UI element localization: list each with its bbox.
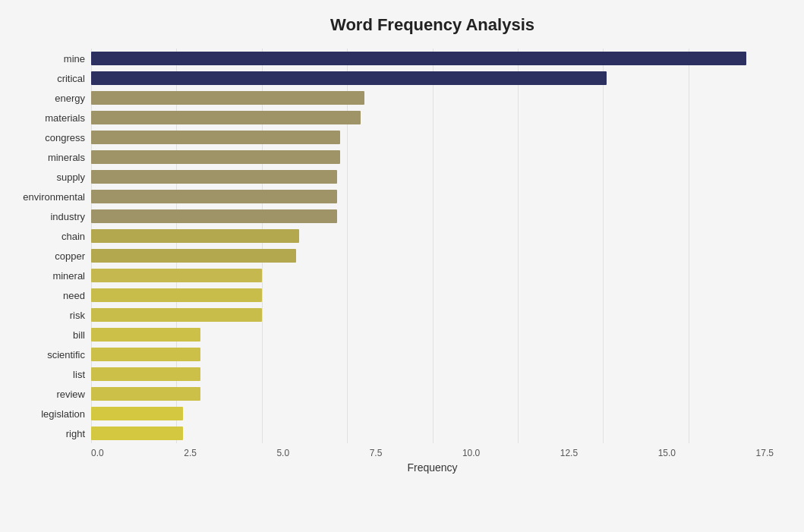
- chart-area: minecriticalenergymaterialscongressminer…: [8, 49, 774, 443]
- bar-row: [91, 346, 774, 363]
- bar-row: [91, 386, 774, 402]
- y-label: energy: [55, 88, 85, 108]
- bar: [91, 170, 337, 184]
- y-label: materials: [45, 108, 85, 127]
- bar: [91, 249, 296, 263]
- x-axis-label: 10.0: [462, 448, 480, 458]
- y-label: review: [56, 384, 85, 404]
- y-label: environmental: [23, 187, 85, 206]
- x-axis-label: 2.5: [184, 448, 197, 458]
- bar: [91, 71, 607, 85]
- y-labels: minecriticalenergymaterialscongressminer…: [8, 49, 91, 443]
- x-axis-area: 0.02.55.07.510.012.515.017.5 Frequency: [8, 448, 774, 474]
- y-label: mine: [64, 49, 85, 68]
- bar-row: [91, 129, 774, 146]
- bar-row: [91, 109, 774, 126]
- bar-row: [91, 90, 774, 106]
- bar: [91, 288, 262, 302]
- y-label: copper: [55, 246, 85, 266]
- y-label: congress: [45, 127, 85, 147]
- y-label: minerals: [48, 147, 85, 167]
- x-axis-label: 15.0: [658, 448, 676, 458]
- y-label: legislation: [41, 404, 85, 423]
- x-axis-label: 7.5: [370, 448, 383, 458]
- y-label: list: [73, 364, 85, 384]
- x-axis-label: 5.0: [276, 448, 289, 458]
- y-label: supply: [56, 167, 85, 187]
- bar-row: [91, 366, 774, 382]
- bar: [91, 229, 299, 243]
- bar-row: [91, 50, 774, 67]
- bar: [91, 367, 200, 381]
- bar-row: [91, 267, 774, 284]
- bars-and-grid: [91, 49, 774, 443]
- bar-row: [91, 188, 774, 205]
- bar: [91, 190, 337, 203]
- bar: [91, 52, 746, 65]
- bar: [91, 308, 262, 322]
- bar: [91, 407, 183, 420]
- bar-row: [91, 287, 774, 304]
- bar-row: [91, 326, 774, 343]
- y-label: mineral: [52, 266, 85, 285]
- bar-row: [91, 228, 774, 244]
- y-label: right: [66, 423, 85, 443]
- y-label: critical: [57, 68, 85, 88]
- bar: [91, 269, 262, 282]
- chart-title: Word Frequency Analysis: [8, 15, 774, 35]
- x-axis-label: 17.5: [756, 448, 774, 458]
- bar-row: [91, 307, 774, 323]
- y-label: scientific: [47, 345, 85, 364]
- bar: [91, 209, 337, 223]
- bar: [91, 328, 200, 342]
- chart-container: Word Frequency Analysis minecriticalener…: [0, 0, 804, 532]
- x-axis-label: 12.5: [560, 448, 578, 458]
- bar: [91, 348, 200, 361]
- bar-row: [91, 247, 774, 264]
- bar-row: [91, 425, 774, 442]
- bar-row: [91, 168, 774, 185]
- x-axis-label: 0.0: [91, 448, 104, 458]
- bar: [91, 150, 340, 164]
- bar: [91, 387, 200, 401]
- bar-row: [91, 149, 774, 165]
- bar: [91, 131, 340, 144]
- x-axis-title: Frequency: [91, 461, 774, 474]
- bars-column: [91, 49, 774, 443]
- bar: [91, 427, 183, 440]
- bar: [91, 111, 361, 124]
- bar: [91, 91, 364, 105]
- y-label: need: [63, 285, 85, 305]
- y-label: chain: [61, 226, 85, 246]
- y-label: industry: [50, 206, 85, 226]
- bar-row: [91, 70, 774, 87]
- y-label: risk: [70, 305, 85, 325]
- bar-row: [91, 405, 774, 422]
- y-label: bill: [73, 325, 85, 345]
- x-axis-labels: 0.02.55.07.510.012.515.017.5: [91, 448, 774, 458]
- bar-row: [91, 208, 774, 225]
